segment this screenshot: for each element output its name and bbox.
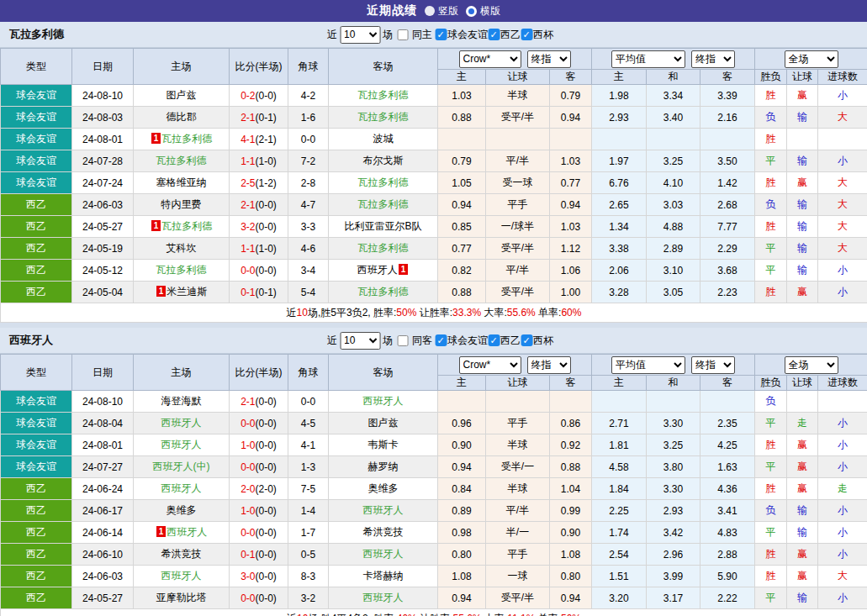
bookmaker-select[interactable]: Crow*	[459, 50, 521, 68]
half-time-score: (0-0)	[256, 396, 277, 408]
home-team-cell: 西班牙人	[134, 434, 230, 456]
same-venue-checkbox[interactable]	[397, 335, 408, 346]
filter-checkbox[interactable]	[521, 334, 532, 346]
handicap-cell: 受平/半	[486, 238, 550, 260]
avg-home-cell: 2.93	[592, 107, 647, 129]
avg-away-cell: 5.90	[700, 566, 755, 587]
col-subheader: 让球	[787, 70, 818, 85]
scope-select[interactable]: 全场	[785, 356, 838, 374]
rank-badge: 1	[156, 286, 167, 297]
final-odds-select[interactable]: 终指	[527, 356, 571, 374]
handicap-cell: 受一球	[486, 172, 550, 194]
final-odds-select-2[interactable]: 终指	[691, 50, 735, 68]
league-cell: 西乙	[1, 478, 72, 500]
filter-checkbox[interactable]	[488, 29, 500, 40]
recent-count-select[interactable]: 10	[340, 332, 380, 350]
same-venue-checkbox[interactable]	[397, 29, 408, 40]
home-team-cell: 1西班牙人	[134, 522, 230, 544]
goals-cell: 大	[818, 216, 867, 238]
away-team-cell: 西班牙人	[329, 500, 438, 522]
filter-checkbox[interactable]	[435, 29, 447, 40]
avg-draw-cell	[647, 129, 700, 150]
average-group-header: 平均值 终指	[592, 49, 755, 70]
away-team-name: 瓦拉多利德	[358, 242, 409, 254]
home-team-cell: 亚摩勒比塔	[134, 587, 230, 609]
avg-home-cell	[592, 391, 647, 413]
half-time-score: (0-0)	[256, 527, 277, 539]
vertical-layout-option[interactable]: 竖版	[425, 4, 458, 18]
home-odds-cell: 0.98	[438, 522, 486, 544]
recent-count-select[interactable]: 10	[340, 26, 380, 44]
score-cell: 2-1(0-1)	[230, 107, 288, 129]
league-cell: 西乙	[1, 282, 72, 303]
result-cell: 胜	[755, 216, 787, 238]
scope-group-header: 全场	[755, 49, 867, 70]
horizontal-layout-option[interactable]: 横版	[466, 4, 500, 18]
col-subheader: 让球	[486, 70, 550, 85]
bookmaker-select[interactable]: Crow*	[459, 356, 521, 374]
league-cell: 球会友谊	[1, 129, 72, 150]
away-team-name: 瓦拉多利德	[358, 198, 409, 210]
score-cell: 0-0(0-0)	[230, 456, 288, 478]
vertical-layout-label[interactable]: 竖版	[438, 4, 458, 18]
summary-segment: 大率:	[481, 307, 507, 319]
league-cell: 球会友谊	[1, 85, 72, 107]
corner-cell: 0-5	[288, 544, 329, 566]
avg-home-cell: 1.98	[592, 85, 647, 107]
away-odds-cell	[550, 391, 592, 413]
score-cell: 2-5(1-2)	[230, 172, 288, 194]
away-odds-cell: 0.92	[550, 434, 592, 456]
score-cell: 1-0(0-0)	[230, 500, 288, 522]
date-cell: 24-05-27	[72, 587, 134, 609]
date-cell: 24-05-04	[72, 282, 134, 303]
col-header: 主场	[134, 355, 230, 391]
avg-draw-cell: 3.42	[647, 522, 700, 544]
handicap-result-cell: 输	[787, 194, 818, 216]
final-odds-select[interactable]: 终指	[527, 50, 571, 68]
score-cell: 0-0(0-0)	[230, 522, 288, 544]
away-team-cell: 瓦拉多利德	[329, 238, 438, 260]
filter-label: 球会友谊	[447, 334, 488, 348]
horizontal-layout-label[interactable]: 横版	[480, 4, 500, 18]
home-odds-cell: 0.88	[438, 282, 486, 303]
col-subheader: 客	[550, 70, 592, 85]
away-team-name: 西班牙人	[357, 264, 398, 276]
handicap-cell: 平/半	[486, 260, 550, 282]
filter-checkbox[interactable]	[435, 334, 447, 346]
score-cell: 0-0(0-0)	[230, 587, 288, 609]
away-odds-cell: 0.94	[550, 587, 592, 609]
summary-segment: 10	[297, 613, 308, 616]
avg-draw-cell: 4.10	[647, 172, 700, 194]
final-odds-select-2[interactable]: 终指	[691, 356, 735, 374]
summary-segment: 近	[287, 307, 297, 319]
league-cell: 西乙	[1, 238, 72, 260]
vertical-layout-radio-icon[interactable]	[425, 6, 435, 16]
avg-home-cell: 1.84	[592, 478, 647, 500]
handicap-cell: 平手	[486, 194, 550, 216]
match-row: 球会友谊24-08-04西班牙人0-0(0-0)4-5图卢兹0.96平手0.86…	[1, 413, 867, 434]
filter-checkbox[interactable]	[521, 29, 532, 40]
league-cell: 球会友谊	[1, 150, 72, 172]
home-team-cell: 1米兰迪斯	[134, 282, 230, 303]
filter-checkbox[interactable]	[488, 334, 500, 346]
league-filters: 球会友谊西乙西杯	[435, 334, 553, 348]
col-header: 主场	[134, 49, 230, 85]
horizontal-layout-radio-icon[interactable]	[466, 6, 477, 17]
date-cell: 24-06-17	[72, 500, 134, 522]
match-row: 西乙24-05-271瓦拉多利德3-2(0-0)3-3比利亚雷亚尔B队0.85一…	[1, 216, 867, 238]
summary-segment: 大率:	[482, 613, 508, 616]
score-cell: 0-2(0-0)	[230, 85, 288, 107]
home-team-name: 塞格维亚纳	[156, 176, 207, 188]
col-header: 角球	[288, 355, 329, 391]
scope-select[interactable]: 全场	[785, 50, 838, 68]
result-cell: 负	[755, 107, 787, 129]
away-team-cell: 瓦拉多利德	[329, 282, 438, 303]
average-select[interactable]: 平均值	[611, 50, 685, 68]
half-time-score: (0-0)	[256, 418, 277, 429]
avg-away-cell: 2.23	[700, 282, 755, 303]
full-time-score: 0-0	[241, 592, 255, 604]
half-time-score: (1-2)	[256, 177, 277, 189]
average-select[interactable]: 平均值	[611, 356, 685, 374]
half-time-score: (0-0)	[256, 461, 277, 473]
half-time-score: (0-0)	[256, 571, 277, 582]
